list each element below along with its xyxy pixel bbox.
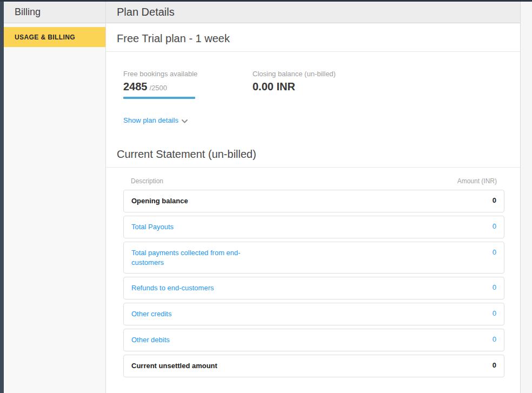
- row-amount: 0: [493, 196, 496, 204]
- stat-closing-balance: Closing balance (un-billed) 0.00 INR: [252, 70, 336, 99]
- show-plan-details-label[interactable]: Show plan details: [123, 116, 178, 124]
- table-row: Total payments collected from end-custom…: [123, 242, 504, 274]
- row-amount[interactable]: 0: [493, 248, 496, 256]
- column-header-description: Description: [131, 177, 163, 185]
- row-label[interactable]: Other debits: [131, 335, 170, 345]
- left-edge-bar: [0, 2, 4, 393]
- show-plan-details-link[interactable]: Show plan details: [123, 116, 188, 125]
- table-row: Other credits 0: [123, 303, 504, 325]
- row-amount[interactable]: 0: [493, 283, 496, 291]
- sidebar-item-usage-billing[interactable]: USAGE & BILLING: [4, 27, 105, 47]
- plan-stats: Free bookings available 2485 /2500 Closi…: [106, 52, 520, 99]
- main-panel: Plan Details Free Trial plan - 1 week Fr…: [106, 2, 521, 393]
- row-amount[interactable]: 0: [493, 335, 496, 343]
- stat-label: Closing balance (un-billed): [252, 70, 336, 78]
- progress-bar: [123, 97, 195, 99]
- page-title: Plan Details: [117, 6, 175, 18]
- progress-bar-fill: [123, 97, 195, 99]
- chevron-down-icon: [182, 117, 188, 125]
- row-label: Current unsettled amount: [131, 361, 217, 371]
- statement-table: Description Amount (INR) Opening balance…: [106, 168, 520, 381]
- stat-total: /2500: [150, 84, 168, 92]
- row-amount[interactable]: 0: [493, 222, 496, 230]
- row-amount: 0: [493, 361, 496, 369]
- row-label[interactable]: Refunds to end-customers: [131, 283, 214, 293]
- row-label: Opening balance: [131, 196, 188, 206]
- stat-value: 2485: [123, 81, 148, 93]
- main-header: Plan Details: [106, 2, 520, 23]
- plan-section-title: Free Trial plan - 1 week: [106, 23, 520, 52]
- statement-rows: Opening balance 0 Total Payouts 0 Total …: [123, 190, 504, 377]
- row-label[interactable]: Total Payouts: [131, 222, 174, 232]
- stat-label: Free bookings available: [123, 70, 252, 78]
- table-row: Refunds to end-customers 0: [123, 277, 504, 299]
- sidebar-nav: USAGE & BILLING: [4, 23, 105, 47]
- sidebar-title: Billing: [4, 2, 105, 23]
- table-row: Total Payouts 0: [123, 216, 504, 238]
- row-label[interactable]: Other credits: [131, 309, 171, 319]
- stat-value: 0.00 INR: [252, 81, 295, 93]
- column-header-amount: Amount (INR): [457, 177, 497, 185]
- right-gutter: [521, 2, 532, 393]
- row-label[interactable]: Total payments collected from end-custom…: [131, 248, 261, 267]
- table-row: Other debits 0: [123, 329, 504, 351]
- table-row: Current unsettled amount 0: [123, 355, 504, 377]
- stat-free-bookings: Free bookings available 2485 /2500: [123, 70, 252, 99]
- sidebar: Billing USAGE & BILLING: [4, 2, 106, 393]
- statement-title: Current Statement (un-billed): [106, 139, 520, 168]
- row-amount[interactable]: 0: [493, 309, 496, 317]
- table-row: Opening balance 0: [123, 190, 504, 212]
